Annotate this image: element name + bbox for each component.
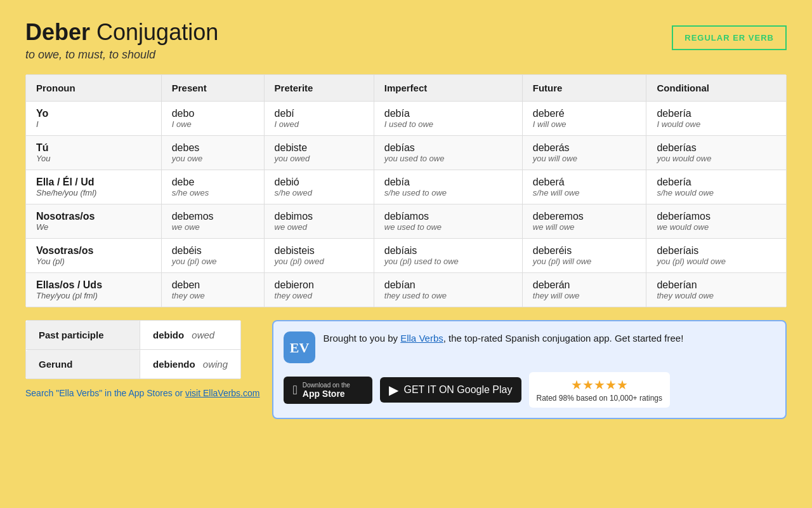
- verb-cell: debiós/he owed: [264, 170, 374, 204]
- verb-cell: debieronthey owed: [264, 273, 374, 307]
- verb-cell: debías/he used to owe: [374, 170, 522, 204]
- verb-cell: deberíanthey would owe: [646, 273, 787, 307]
- pronoun-cell: Ella / Él / UdShe/he/you (fml): [26, 170, 162, 204]
- page-header: Deber Conjugation to owe, to must, to sh…: [25, 19, 787, 62]
- verb-cell: debíaisyou (pl) used to owe: [374, 239, 522, 273]
- promo-icon: EV: [284, 331, 315, 363]
- past-participle-value: debido owed: [140, 321, 241, 350]
- ella-verbs-promo-link[interactable]: Ella Verbs: [400, 333, 443, 344]
- table-row: Nosotras/osWedebemoswe owedebimoswe owed…: [26, 204, 787, 239]
- promo-buttons:  Download on the App Store ▶ GET IT ON …: [284, 372, 775, 408]
- table-row: Ellas/os / UdsThey/you (pl fml)debenthey…: [26, 273, 787, 307]
- verb-cell: deberás/he will owe: [522, 170, 646, 204]
- conjugation-table: Pronoun Present Preterite Imperfect Futu…: [25, 74, 787, 307]
- verb-cell: debemoswe owe: [161, 204, 264, 239]
- verb-cell: debíaI used to owe: [374, 102, 522, 136]
- promo-description: Brought to you by Ella Verbs, the top-ra…: [323, 331, 683, 346]
- apple-icon: : [292, 383, 297, 398]
- verb-cell: deberíamoswe would owe: [646, 204, 787, 239]
- past-participle-row: Past participle debido owed: [26, 321, 241, 350]
- gerund-value: debiendo owing: [140, 350, 241, 379]
- promo-top: EV Brought to you by Ella Verbs, the top…: [284, 331, 775, 363]
- past-participle-translation: owed: [192, 330, 214, 340]
- page-subtitle: to owe, to must, to should: [25, 48, 218, 62]
- rating-box: ★★★★★ Rated 98% based on 10,000+ ratings: [529, 372, 670, 408]
- verb-cell: debimoswe owed: [264, 204, 374, 239]
- verb-cell: debíanthey used to owe: [374, 273, 522, 307]
- search-prompt: Search "Ella Verbs" in the App Stores or…: [25, 388, 259, 398]
- pronoun-cell: Nosotras/osWe: [26, 204, 162, 239]
- svg-text:EV: EV: [290, 340, 310, 356]
- page-title: Deber Conjugation: [25, 19, 218, 46]
- verb-cell: deberéisyou (pl) will owe: [522, 239, 646, 273]
- promo-box: EV Brought to you by Ella Verbs, the top…: [272, 320, 787, 419]
- google-play-main: Google Play: [457, 384, 512, 395]
- col-preterite: Preterite: [264, 75, 374, 102]
- verb-cell: deberéI will owe: [522, 102, 646, 136]
- table-row: Ella / Él / UdShe/he/you (fml)debes/he o…: [26, 170, 787, 204]
- pronoun-cell: Vosotras/osYou (pl): [26, 239, 162, 273]
- participle-section: Past participle debido owed Gerund debie…: [25, 320, 259, 398]
- verb-cell: deberíaisyou (pl) would owe: [646, 239, 787, 273]
- google-play-sub: GET IT ON: [403, 384, 454, 395]
- pronoun-cell: TúYou: [26, 136, 162, 170]
- verb-cell: debisteisyou (pl) owed: [264, 239, 374, 273]
- verb-cell: debéisyou (pl) owe: [161, 239, 264, 273]
- gerund-label: Gerund: [26, 350, 140, 379]
- verb-type-badge: REGULAR ER VERB: [672, 25, 787, 50]
- verb-cell: deboI owe: [161, 102, 264, 136]
- table-header-row: Pronoun Present Preterite Imperfect Futu…: [26, 75, 787, 102]
- table-row: YoIdeboI owedebíI oweddebíaI used to owe…: [26, 102, 787, 136]
- verb-cell: debíI owed: [264, 102, 374, 136]
- verb-cell: debíamoswe used to owe: [374, 204, 522, 239]
- col-pronoun: Pronoun: [26, 75, 162, 102]
- verb-cell: deberíasyou would owe: [646, 136, 787, 170]
- rating-text: Rated 98% based on 10,000+ ratings: [537, 394, 662, 403]
- google-play-button[interactable]: ▶ GET IT ON Google Play: [380, 377, 521, 403]
- participle-table: Past participle debido owed Gerund debie…: [25, 320, 241, 379]
- pronoun-cell: Ellas/os / UdsThey/you (pl fml): [26, 273, 162, 307]
- verb-cell: deberásyou will owe: [522, 136, 646, 170]
- title-block: Deber Conjugation to owe, to must, to sh…: [25, 19, 218, 62]
- col-conditional: Conditional: [646, 75, 787, 102]
- star-rating: ★★★★★: [537, 377, 662, 392]
- google-play-icon: ▶: [389, 382, 398, 398]
- col-present: Present: [161, 75, 264, 102]
- gerund-row: Gerund debiendo owing: [26, 350, 241, 379]
- verb-cell: debíasyou used to owe: [374, 136, 522, 170]
- app-store-button[interactable]:  Download on the App Store: [284, 377, 372, 404]
- ella-verbs-link[interactable]: visit EllaVerbs.com: [185, 388, 259, 398]
- pronoun-cell: YoI: [26, 102, 162, 136]
- verb-cell: debisteyou owed: [264, 136, 374, 170]
- col-future: Future: [522, 75, 646, 102]
- table-row: Vosotras/osYou (pl)debéisyou (pl) owedeb…: [26, 239, 787, 273]
- verb-cell: deberemoswe will owe: [522, 204, 646, 239]
- past-participle-label: Past participle: [26, 321, 140, 350]
- col-imperfect: Imperfect: [374, 75, 522, 102]
- table-row: TúYoudebesyou owedebisteyou oweddebíasyo…: [26, 136, 787, 170]
- app-store-main: App Store: [303, 389, 350, 399]
- verb-cell: deberías/he would owe: [646, 170, 787, 204]
- bottom-section: Past participle debido owed Gerund debie…: [25, 320, 787, 419]
- verb-cell: debes/he owes: [161, 170, 264, 204]
- verb-cell: deberánthey will owe: [522, 273, 646, 307]
- verb-cell: debesyou owe: [161, 136, 264, 170]
- verb-cell: debenthey owe: [161, 273, 264, 307]
- verb-cell: deberíaI would owe: [646, 102, 787, 136]
- gerund-translation: owing: [203, 359, 228, 370]
- app-store-sub: Download on the: [303, 382, 350, 389]
